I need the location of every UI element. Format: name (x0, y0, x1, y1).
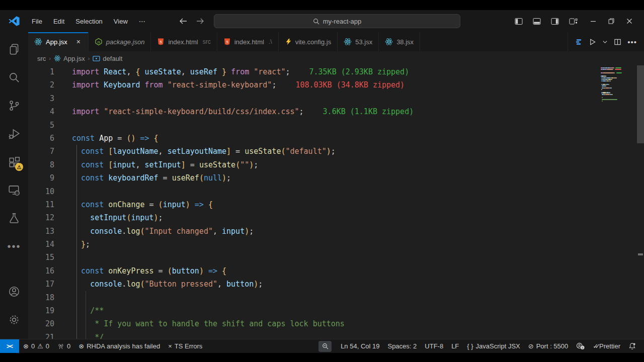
code-text: * If you want to handle the shift and ca… (54, 317, 345, 330)
code-line[interactable]: 4import "react-simple-keyboard/build/css… (28, 105, 644, 118)
code-line[interactable]: 21 */ (28, 331, 644, 339)
problems-status[interactable]: ⊗0 ⚠0 (19, 339, 53, 353)
rhda-status[interactable]: ⊗ RHDA analysis has failed (74, 339, 164, 353)
toggle-panel-icon[interactable] (529, 14, 544, 29)
toggle-secondary-sidebar-icon[interactable] (547, 14, 562, 29)
code-line[interactable]: 5 (28, 119, 644, 132)
tab-index-html-root[interactable]: 5 index.html .\ (217, 32, 279, 51)
tab-package-json[interactable]: JS package.json (89, 32, 151, 51)
code-line[interactable]: 12 setInput(input); (28, 211, 644, 224)
code-line[interactable]: 11 const onChange = (input) => { (28, 198, 644, 211)
code-line[interactable]: 19 /** (28, 304, 644, 317)
menu-file[interactable]: File (27, 16, 47, 27)
run-dropdown-chevron-icon[interactable] (602, 39, 608, 45)
notifications-status[interactable] (624, 339, 640, 353)
code-line[interactable]: 10 (28, 185, 644, 198)
menu-selection[interactable]: Selection (71, 16, 107, 27)
account-alert-icon: ! (576, 342, 585, 350)
code-line[interactable]: 1import React, { useState, useRef } from… (28, 65, 644, 78)
tab-app-jsx[interactable]: App.jsx × (28, 32, 89, 51)
code-line[interactable]: 20 * If you want to handle the shift and… (28, 317, 644, 330)
code-text: console.log("Button pressed", button); (54, 278, 263, 291)
react-icon (34, 38, 42, 46)
indentation-status[interactable]: Spaces: 2 (383, 339, 421, 353)
eol-status[interactable]: LF (447, 339, 463, 353)
account-icon[interactable] (2, 280, 26, 304)
code-line[interactable]: 9 const keyboardRef = useRef(null); (28, 171, 644, 185)
breadcrumb-symbol-label: default (103, 55, 122, 62)
minimize-window-icon[interactable] (586, 14, 601, 29)
code-text: const keyboardRef = useRef(null); (54, 171, 231, 185)
menu-view[interactable]: View (109, 16, 132, 27)
vite-bolt-icon (285, 38, 292, 46)
code-line[interactable]: 13 console.log("Input changed", input); (28, 225, 644, 238)
prettier-status[interactable]: ✓✓ Prettier (589, 339, 624, 353)
code-line[interactable]: 7 const [layoutName, setLayoutName] = us… (28, 145, 644, 158)
cursor-position[interactable]: Ln 54, Col 19 (337, 339, 383, 353)
restore-window-icon[interactable] (604, 14, 619, 29)
account-alert-status[interactable]: ! (572, 339, 589, 353)
command-center-search[interactable]: my-react-app (214, 14, 460, 28)
explorer-icon[interactable] (2, 37, 26, 61)
run-file-icon[interactable] (589, 38, 596, 46)
code-text: const [layoutName, setLayoutName] = useS… (54, 145, 336, 158)
language-mode[interactable]: { } JavaScript JSX (463, 339, 524, 353)
tab-53-jsx[interactable]: 53.jsx (338, 32, 379, 51)
tab-vite-config[interactable]: vite.config.js (279, 32, 338, 51)
code-line[interactable]: 17 console.log("Button pressed", button)… (28, 278, 644, 291)
encoding-status[interactable]: UTF-8 (421, 339, 447, 353)
line-number: 4 (28, 105, 54, 118)
breadcrumb-src[interactable]: src (37, 55, 46, 62)
search-sidebar-icon[interactable] (2, 65, 26, 89)
minimap[interactable] (601, 67, 633, 102)
live-server-port[interactable]: ⊘ Port : 5500 (524, 339, 573, 353)
code-editor[interactable]: 1import React, { useState, useRef } from… (28, 65, 644, 339)
close-window-icon[interactable] (622, 14, 637, 29)
tab-close-icon[interactable]: × (75, 37, 82, 46)
code-line[interactable]: 16 const onKeyPress = (button) => { (28, 264, 644, 278)
extension-lines-icon[interactable] (575, 38, 583, 46)
remote-indicator[interactable]: >< (0, 339, 19, 353)
code-line[interactable]: 6const App = () => { (28, 132, 644, 145)
remote-explorer-icon[interactable]: >< (2, 178, 26, 202)
code-text (54, 92, 72, 105)
radio-tower-icon (57, 343, 64, 349)
more-actions-icon[interactable]: ••• (627, 38, 637, 46)
history-back-icon[interactable] (179, 17, 188, 25)
source-control-icon[interactable] (2, 94, 26, 118)
code-line[interactable]: 18 (28, 291, 644, 304)
tab-bar-empty (420, 32, 568, 51)
line-number: 1 (28, 65, 54, 78)
code-line[interactable]: 2import Keyboard from "react-simple-keyb… (28, 78, 644, 92)
run-debug-icon[interactable] (2, 122, 26, 146)
zoom-status-button[interactable] (318, 341, 332, 352)
ts-errors-status[interactable]: × TS Errors (164, 339, 206, 353)
tab-index-html-src[interactable]: 5 index.html src (151, 32, 217, 51)
breadcrumb-symbol[interactable]: default (93, 55, 122, 62)
history-forward-icon[interactable] (196, 17, 205, 25)
settings-gear-icon[interactable] (2, 308, 26, 332)
line-number: 2 (28, 78, 54, 92)
line-number: 17 (28, 278, 54, 291)
code-line[interactable]: 14 }; (28, 238, 644, 251)
code-line[interactable]: 8 const [input, setInput] = useState("")… (28, 158, 644, 171)
more-views-icon[interactable]: ••• (2, 234, 26, 258)
tab-label: 38.jsx (396, 38, 414, 46)
menu-edit[interactable]: Edit (49, 16, 69, 27)
vertical-scrollbar[interactable] (637, 65, 644, 143)
customize-layout-icon[interactable] (566, 14, 581, 29)
breadcrumb-file[interactable]: App.jsx (54, 55, 85, 62)
code-line[interactable]: 15 (28, 251, 644, 264)
extensions-icon[interactable]: ⚠ (2, 150, 26, 174)
testing-icon[interactable] (2, 206, 26, 230)
split-editor-icon[interactable] (614, 38, 621, 46)
import-cost-annotation: 108.03KB (34.8KB zipped) (295, 80, 405, 89)
toggle-primary-sidebar-icon[interactable] (511, 14, 526, 29)
menu-more[interactable]: ⋯ (134, 16, 150, 27)
ports-status[interactable]: 0 (53, 339, 74, 353)
vscode-logo-icon (8, 15, 20, 27)
tab-38-jsx[interactable]: 38.jsx (379, 32, 420, 51)
bell-icon (628, 342, 636, 350)
code-line[interactable]: 3 (28, 92, 644, 105)
symbol-default-icon (93, 55, 100, 62)
